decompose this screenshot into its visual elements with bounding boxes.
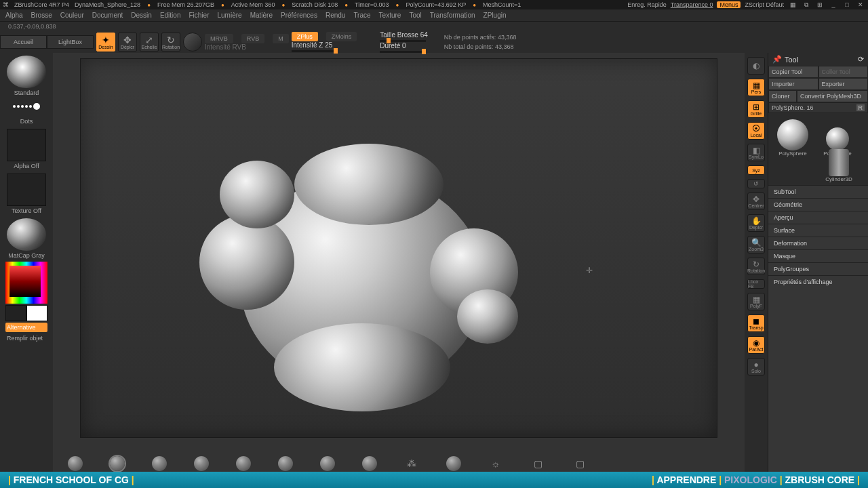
section-deformation[interactable]: Deformation bbox=[768, 237, 868, 249]
tab-lightbox[interactable]: LightBox bbox=[47, 35, 94, 49]
tray-mat-7[interactable] bbox=[320, 456, 335, 471]
draw-button[interactable]: ✦Dessin bbox=[96, 33, 115, 52]
bpr-button[interactable]: ◐ bbox=[747, 57, 765, 75]
viewport[interactable]: ✛ bbox=[80, 58, 717, 438]
color-picker[interactable] bbox=[5, 262, 47, 304]
secondary-color-swatch[interactable] bbox=[5, 305, 26, 321]
move-button[interactable]: ✥Déplcr bbox=[118, 33, 137, 52]
copy-tool-button[interactable]: Copier Tool bbox=[768, 66, 818, 78]
section-surface[interactable]: Surface bbox=[768, 224, 868, 237]
menu-rendu[interactable]: Rendu bbox=[326, 12, 345, 19]
tray-box1-icon[interactable]: ▢ bbox=[530, 456, 545, 471]
z-intensity-slider[interactable] bbox=[292, 50, 338, 52]
brush-size-slider[interactable] bbox=[380, 40, 426, 42]
layout2-icon[interactable]: ⧉ bbox=[802, 1, 811, 9]
brush-thumbnail[interactable] bbox=[7, 56, 46, 88]
lbox-button[interactable]: Lbox F8 bbox=[747, 279, 765, 289]
texture-thumbnail[interactable] bbox=[7, 174, 46, 206]
menu-zplugin[interactable]: ZPlugin bbox=[484, 12, 507, 19]
tab-accueil[interactable]: Accueil bbox=[0, 35, 47, 49]
tool-slider-r[interactable]: R bbox=[856, 104, 865, 111]
quick-save[interactable]: Enreg. Rapide bbox=[627, 1, 667, 8]
export-button[interactable]: Exporter bbox=[818, 78, 869, 90]
polyf-button[interactable]: ▦PolyF bbox=[747, 293, 765, 310]
tray-box2-icon[interactable]: ▢ bbox=[572, 456, 587, 471]
rotate-view-button[interactable]: ↻Rotation bbox=[747, 258, 765, 275]
refresh-icon[interactable]: ⟳ bbox=[858, 55, 864, 64]
mrvb-toggle[interactable]: MRVB bbox=[205, 34, 233, 43]
maximize-icon[interactable]: □ bbox=[842, 1, 852, 8]
section-proprietes[interactable]: Propriétés d'affichage bbox=[768, 275, 868, 288]
primary-color-swatch[interactable] bbox=[26, 305, 47, 321]
zoom-button[interactable]: 🔍Zoom3 bbox=[747, 236, 765, 253]
minimize-icon[interactable]: _ bbox=[829, 1, 838, 8]
menus-toggle[interactable]: Menus bbox=[717, 1, 741, 8]
section-geometrie[interactable]: Géométrie bbox=[768, 198, 868, 211]
m-toggle[interactable]: M bbox=[273, 34, 289, 43]
tray-mat-1[interactable] bbox=[68, 456, 83, 471]
menu-brosse[interactable]: Brosse bbox=[31, 12, 52, 19]
tray-dots-icon[interactable]: ⁂ bbox=[404, 456, 419, 471]
alternative-button[interactable]: Alternative bbox=[5, 323, 47, 332]
local-button[interactable]: ⦿Local bbox=[747, 122, 765, 140]
tray-mat-2[interactable] bbox=[110, 456, 125, 471]
section-subtool[interactable]: SubTool bbox=[768, 185, 868, 198]
layout-icon[interactable]: ▦ bbox=[788, 1, 797, 8]
zmoins-toggle[interactable]: ZMoins bbox=[326, 32, 357, 41]
fill-object-button[interactable]: Remplir objet bbox=[5, 333, 47, 343]
menu-trace[interactable]: Trace bbox=[353, 12, 370, 19]
help-icon[interactable]: ⊞ bbox=[815, 1, 825, 8]
transparency[interactable]: Transparence 0 bbox=[671, 1, 713, 8]
paract-button[interactable]: ◉ParAct bbox=[747, 336, 765, 354]
menu-document[interactable]: Document bbox=[92, 12, 123, 19]
tray-mat-3[interactable] bbox=[152, 456, 167, 471]
tool-thumb-active[interactable]: PolySphere bbox=[771, 116, 814, 157]
zscript-default[interactable]: ZScript Défaut bbox=[745, 1, 784, 8]
syz-button[interactable]: Syz bbox=[747, 165, 765, 175]
close-icon[interactable]: ✕ bbox=[856, 1, 865, 8]
tray-mat-4[interactable] bbox=[194, 456, 209, 471]
transp-button[interactable]: ◼Transp bbox=[747, 314, 765, 332]
material-thumbnail[interactable] bbox=[7, 218, 46, 251]
menu-lumiere[interactable]: Lumière bbox=[217, 12, 241, 19]
menu-edition[interactable]: Edition bbox=[160, 12, 181, 19]
grid-button[interactable]: ⊞Grille bbox=[747, 100, 765, 118]
tray-mat-9[interactable] bbox=[446, 456, 461, 471]
rotate-button[interactable]: ↻Rotation bbox=[161, 33, 180, 52]
menu-texture[interactable]: Texture bbox=[379, 12, 401, 19]
tray-mat-6[interactable] bbox=[278, 456, 293, 471]
import-button[interactable]: Importer bbox=[768, 78, 818, 90]
rvb-toggle[interactable]: RVB bbox=[241, 34, 264, 43]
hardness-slider[interactable] bbox=[380, 51, 426, 53]
center-button[interactable]: ✥Centrer bbox=[747, 192, 765, 210]
tool-slider-label[interactable]: PolySphere. 16 bbox=[772, 104, 814, 111]
solo-button[interactable]: ●Solo bbox=[747, 358, 765, 375]
tray-sun-icon[interactable]: ☼ bbox=[488, 456, 503, 471]
menu-alpha[interactable]: Alpha bbox=[5, 12, 23, 19]
zplus-toggle[interactable]: ZPlus bbox=[292, 32, 318, 41]
stroke-thumbnail[interactable] bbox=[7, 96, 46, 117]
tool-thumb-cylinder[interactable]: Cylinder3D bbox=[817, 142, 861, 182]
menu-tool[interactable]: Tool bbox=[409, 12, 421, 19]
paste-tool-button[interactable]: Coller Tool bbox=[818, 66, 869, 78]
tray-mat-8[interactable] bbox=[362, 456, 377, 471]
menu-transformation[interactable]: Transformation bbox=[430, 12, 475, 19]
section-polygroupes[interactable]: PolyGroupes bbox=[768, 262, 868, 275]
convert-polymesh-button[interactable]: Convertir PolyMesh3D bbox=[797, 90, 868, 102]
scale-button[interactable]: ⤢Echelle bbox=[140, 33, 159, 52]
menu-dessin[interactable]: Dessin bbox=[131, 12, 152, 19]
move-view-button[interactable]: ✋Deplcr bbox=[747, 214, 765, 232]
menu-couleur[interactable]: Couleur bbox=[60, 12, 84, 19]
sym-extra-button[interactable]: ↺ bbox=[747, 179, 765, 188]
menu-preferences[interactable]: Préférences bbox=[281, 12, 317, 19]
persp-button[interactable]: ▦Pers bbox=[747, 79, 765, 96]
section-masque[interactable]: Masque bbox=[768, 249, 868, 262]
section-apercu[interactable]: Aperçu bbox=[768, 211, 868, 224]
clone-button[interactable]: Cloner bbox=[768, 90, 797, 102]
gyro-button[interactable] bbox=[183, 33, 202, 52]
symlo-button[interactable]: ◧SymLo bbox=[747, 144, 765, 161]
menu-fichier[interactable]: Fichier bbox=[189, 12, 209, 19]
pin-icon[interactable]: 📌 bbox=[772, 55, 782, 64]
menu-matiere[interactable]: Matière bbox=[250, 12, 273, 19]
tray-mat-5[interactable] bbox=[236, 456, 251, 471]
